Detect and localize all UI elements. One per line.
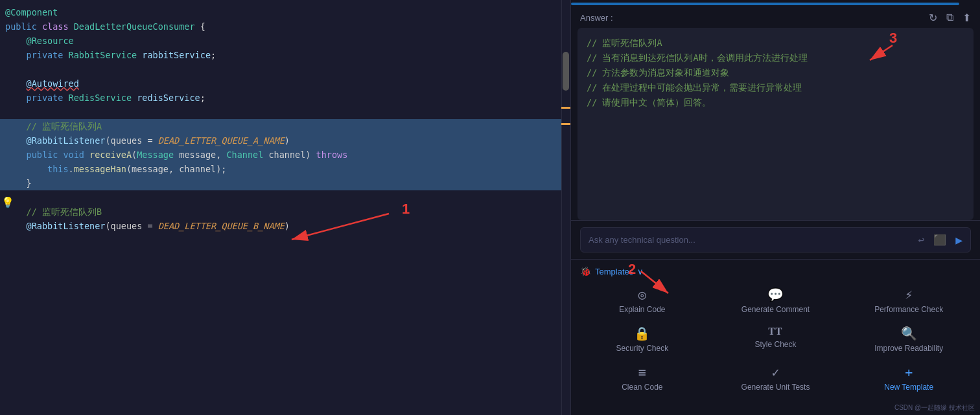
- template-generate-comment[interactable]: 💬 Generate Comment: [711, 282, 841, 318]
- attribution: CSDN @一起随缘 技术社区: [571, 402, 980, 415]
- new-template-label: New Template: [884, 383, 933, 392]
- templates-label[interactable]: Templates: [595, 267, 633, 276]
- code-line: [0, 105, 570, 119]
- varname: redisService: [137, 91, 200, 105]
- style-check-icon: 𝐓𝐓: [768, 326, 782, 337]
- ask-icons: ↩ ⬛ ▶: [918, 233, 962, 247]
- annotation: @Component: [5, 5, 58, 19]
- generate-unit-tests-icon: ✓: [771, 365, 779, 380]
- template-clean-code[interactable]: ≡ Clean Code: [578, 359, 707, 396]
- plain: ;: [200, 91, 205, 105]
- templates-icon: 🐞: [580, 266, 591, 276]
- scrollbar-thumb: [563, 52, 569, 91]
- comment: // 监听死信队列A: [5, 119, 102, 133]
- keyword: void: [63, 148, 89, 162]
- improve-readability-icon: 🔍: [901, 326, 917, 341]
- indent: [5, 162, 47, 176]
- code-scrollbar[interactable]: [561, 0, 570, 415]
- indent: [5, 34, 27, 48]
- answer-line-5: // 请使用中文（简体）回答。: [587, 95, 964, 110]
- annotation: @RabbitListener: [27, 219, 106, 233]
- attribution-text: CSDN @一起随缘 技术社区: [894, 403, 975, 412]
- ask-placeholder: Ask any technical question...: [589, 235, 918, 245]
- undo-icon[interactable]: ↩: [918, 234, 925, 246]
- style-check-label: Style Check: [754, 340, 796, 349]
- generate-comment-label: Generate Comment: [741, 305, 810, 314]
- classname: DeadLetterQueueConsumer: [74, 19, 195, 34]
- new-template-icon: +: [905, 365, 913, 380]
- template-generate-unit-tests[interactable]: ✓ Generate Unit Tests: [711, 359, 841, 396]
- copy-icon[interactable]: ⧉: [946, 12, 953, 24]
- code-line: // 监听死信队列B: [0, 205, 570, 219]
- indent: [5, 76, 27, 91]
- plain: ;: [211, 48, 216, 62]
- share-icon[interactable]: ⬆: [962, 12, 971, 24]
- plain: (queues =: [105, 133, 158, 148]
- template-security-check[interactable]: 🔒 Security Check: [578, 320, 707, 357]
- code-line-selected: @RabbitListener(queues = DEAD_LETTER_QUE…: [0, 133, 570, 148]
- template-style-check[interactable]: 𝐓𝐓 Style Check: [711, 320, 841, 357]
- answer-content: // 监听死信队列A // 当有消息到达死信队列A时，会调用此方法进行处理 //…: [578, 28, 974, 220]
- templates-header: 🐞 Templates ∨ 2: [575, 265, 976, 282]
- ai-panel: Answer : ↻ ⧉ ⬆ // 监听死信队列A // 当有消息到达死信队列A…: [570, 0, 980, 415]
- explain-code-icon: ◎: [638, 287, 646, 302]
- template-explain-code[interactable]: ◎ Explain Code: [578, 282, 707, 318]
- ask-input-row[interactable]: Ask any technical question... ↩ ⬛ ▶: [580, 227, 971, 252]
- ask-section: Ask any technical question... ↩ ⬛ ▶: [571, 220, 980, 259]
- answer-header: Answer : ↻ ⧉ ⬆: [571, 5, 980, 28]
- hint-bulb[interactable]: 💡: [1, 196, 14, 208]
- clean-code-icon: ≡: [638, 365, 646, 380]
- code-line-selected: }: [0, 176, 570, 190]
- template-new-template[interactable]: + New Template: [844, 359, 974, 396]
- code-line: private RedisService redisService;: [0, 91, 570, 105]
- answer-label: Answer :: [580, 13, 613, 23]
- plain: (: [132, 148, 137, 162]
- answer-section: Answer : ↻ ⧉ ⬆ // 监听死信队列A // 当有消息到达死信队列A…: [571, 5, 980, 220]
- template-performance-check[interactable]: ⚡ Performance Check: [844, 282, 974, 318]
- send-icon[interactable]: ▶: [955, 233, 962, 247]
- code-line-selected: this.messageHan(message, channel);: [0, 162, 570, 176]
- keyword: public: [5, 19, 42, 34]
- function: receiveA: [89, 148, 132, 162]
- code-line: private RabbitService rabbitService;: [0, 48, 570, 62]
- answer-line-4: // 在处理过程中可能会抛出异常，需要进行异常处理: [587, 80, 964, 95]
- keyword: private: [27, 48, 69, 62]
- explain-code-label: Explain Code: [619, 305, 665, 314]
- function: messageHan: [74, 162, 126, 176]
- plain: {: [195, 19, 205, 34]
- security-check-label: Security Check: [616, 344, 668, 353]
- templates-grid: ◎ Explain Code 💬 Generate Comment ⚡ Perf…: [575, 282, 976, 396]
- templates-section: 🐞 Templates ∨ 2 ◎ Expla: [571, 259, 980, 402]
- code-line-selected: public void receiveA(Message message, Ch…: [0, 148, 570, 162]
- plain: channel): [263, 148, 316, 162]
- code-line-selected: // 监听死信队列A: [0, 119, 570, 133]
- improve-readability-label: Improve Readability: [874, 344, 943, 353]
- chevron-icon: ∨: [637, 267, 644, 276]
- scroll-mark: [561, 123, 570, 125]
- code-line: @Resource: [0, 34, 570, 48]
- code-line: @RabbitListener(queues = DEAD_LETTER_QUE…: [0, 219, 570, 233]
- annotation: @RabbitListener: [27, 133, 106, 148]
- answer-header-icons: ↻ ⧉ ⬆: [929, 12, 971, 24]
- scroll-mark: [561, 107, 570, 109]
- code-line: [0, 190, 570, 205]
- annotation: @Autowired: [27, 76, 79, 91]
- type: Channel: [226, 148, 263, 162]
- image-icon[interactable]: ⬛: [933, 234, 946, 246]
- refresh-icon[interactable]: ↻: [929, 12, 937, 24]
- keyword: public: [27, 148, 64, 162]
- template-improve-readability[interactable]: 🔍 Improve Readability: [844, 320, 974, 357]
- performance-check-icon: ⚡: [905, 287, 913, 302]
- code-line: public class DeadLetterQueueConsumer {: [0, 19, 570, 34]
- keyword: throws: [316, 148, 348, 162]
- type: RabbitService: [69, 48, 143, 62]
- security-check-icon: 🔒: [634, 326, 650, 341]
- plain: (message, channel);: [126, 162, 226, 176]
- plain: ): [285, 219, 290, 233]
- code-line: @Component: [0, 5, 570, 19]
- code-editor[interactable]: @Component public class DeadLetterQueueC…: [0, 0, 570, 415]
- code-line: @Autowired: [0, 76, 570, 91]
- plain: ): [285, 133, 290, 148]
- annotation: @Resource: [27, 34, 74, 48]
- code-line: [0, 62, 570, 76]
